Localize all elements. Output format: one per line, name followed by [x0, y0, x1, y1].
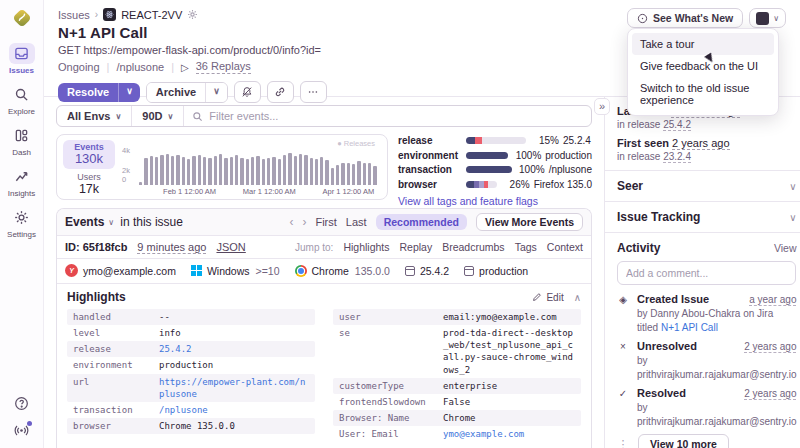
tag-percent: 26%	[503, 179, 530, 190]
y-axis-tick: 4k	[122, 146, 130, 155]
user-menu-button[interactable]: ∨	[749, 8, 786, 28]
project-name[interactable]: REACT-2VV	[121, 9, 182, 21]
highlight-value[interactable]: /nplusone	[159, 404, 309, 416]
jump-to-nav: Jump to: HighlightsReplayBreadcrumbsTags…	[295, 241, 583, 253]
project-settings-icon[interactable]	[187, 9, 198, 20]
next-event-icon[interactable]: ›	[302, 215, 306, 229]
events-stat-toggle[interactable]: Events 130k	[63, 140, 115, 169]
environment-filter[interactable]: All Envs ∨	[57, 106, 132, 126]
highlight-row: release25.4.2	[67, 341, 315, 357]
first-seen-value[interactable]: 2 years ago	[672, 137, 729, 150]
activity-timestamp[interactable]: 2 years ago	[744, 388, 796, 400]
activity-view-link[interactable]: View	[774, 242, 797, 254]
menu-item[interactable]: Give feedback on the UI	[632, 55, 774, 77]
tag-distribution-bar[interactable]	[466, 181, 497, 188]
archive-button[interactable]: Archive	[147, 83, 205, 102]
highlight-value[interactable]: https://empower-plant.com/nplusone	[159, 376, 309, 400]
search-input[interactable]	[209, 110, 583, 122]
collapse-sidebar-button[interactable]: »	[594, 98, 610, 115]
chart-bar	[139, 182, 142, 185]
comment-input[interactable]	[617, 261, 796, 285]
more-actions-button[interactable]	[300, 81, 327, 103]
resolve-dropdown-chevron-icon[interactable]: ∨	[118, 83, 140, 102]
seer-section-toggle[interactable]: Seer ∨	[617, 179, 796, 193]
context-chip-chrome[interactable]: Chrome135.0.0	[295, 265, 390, 277]
tag-distribution-bar[interactable]	[466, 152, 508, 159]
previous-event-icon[interactable]: ‹	[289, 215, 293, 229]
highlight-value[interactable]: 25.4.2	[159, 343, 309, 355]
sidebar-item-label: Issues	[9, 66, 34, 75]
replays-link[interactable]: 36 Replays	[196, 60, 251, 74]
copy-link-button[interactable]	[267, 81, 294, 103]
context-chip-environment[interactable]: production	[464, 265, 528, 277]
jump-link-breadcrumbs[interactable]: Breadcrumbs	[442, 241, 504, 253]
see-whats-new-button[interactable]: See What's New	[627, 8, 743, 28]
issue-tracking-section-toggle[interactable]: Issue Tracking ∨	[617, 210, 796, 224]
tag-distribution-bar[interactable]	[466, 137, 526, 144]
broadcast-icon[interactable]	[14, 423, 29, 440]
collapse-section-icon[interactable]: ∧	[574, 292, 581, 303]
sidebar-item-dash[interactable]: Dash	[9, 125, 35, 157]
activity-title: Created Issue	[637, 293, 709, 305]
event-id[interactable]: ID: 65f18fcb	[65, 241, 127, 253]
context-chip-release[interactable]: 25.4.2	[405, 265, 449, 277]
menu-item[interactable]: Take a tour	[632, 33, 774, 55]
sidebar-item-label: Settings	[7, 230, 36, 239]
chevron-down-icon: ∨	[108, 218, 114, 227]
jump-link-context[interactable]: Context	[547, 241, 583, 253]
users-stat-toggle[interactable]: Users 17k	[63, 172, 115, 196]
jump-link-highlights[interactable]: Highlights	[343, 241, 389, 253]
sidebar-item-settings[interactable]: Settings	[7, 207, 36, 239]
highlight-row: urlhttps://empower-plant.com/nplusone	[67, 374, 315, 402]
users-stat-value: 17k	[63, 182, 115, 196]
activity-byline: by Danny Abou-Chakra on Jira titled N+1 …	[637, 307, 796, 335]
archive-split-button: Archive ∨	[146, 82, 228, 103]
highlight-value: enterprise	[443, 380, 575, 392]
view-all-tags-link[interactable]: View all tags and feature flags	[398, 195, 538, 207]
highlight-row: environmentproduction	[67, 357, 315, 373]
event-json-link[interactable]: JSON	[216, 241, 245, 253]
edit-highlights-button[interactable]: Edit	[532, 292, 563, 303]
jump-link-tags[interactable]: Tags	[515, 241, 537, 253]
chart-bar	[368, 163, 371, 186]
chevron-down-icon: ∨	[115, 112, 121, 121]
first-event-link[interactable]: First	[315, 216, 336, 228]
tag-name: environment	[398, 150, 460, 161]
events-stat-value: 130k	[65, 151, 113, 166]
highlight-value[interactable]: ymo@example.com	[443, 428, 575, 440]
tag-value: 26%Firefox 135.0	[503, 179, 592, 190]
activity-issue-link[interactable]: N+1 API Call	[661, 322, 718, 333]
mute-button[interactable]	[234, 81, 261, 103]
activity-timestamp[interactable]: 2 years ago	[744, 341, 796, 353]
help-icon[interactable]	[14, 396, 29, 411]
activity-timestamp[interactable]: a year ago	[749, 294, 796, 306]
jump-link-replay[interactable]: Replay	[399, 241, 432, 253]
context-chip-user[interactable]: Yymo@example.com	[65, 264, 176, 277]
sidebar-item-label: Explore	[8, 107, 35, 116]
sidebar-item-explore[interactable]: Explore	[8, 84, 35, 116]
activity-title: Activity	[617, 241, 660, 255]
releases-toggle[interactable]: ●Releases	[337, 139, 375, 148]
recommended-pill[interactable]: Recommended	[376, 214, 467, 230]
resolve-button[interactable]: Resolve	[58, 83, 118, 102]
menu-item[interactable]: Switch to the old issue experience	[632, 77, 774, 111]
event-timestamp[interactable]: 9 minutes ago	[137, 241, 206, 254]
date-range-filter[interactable]: 90D ∨	[132, 106, 184, 126]
windows-icon	[191, 265, 202, 276]
first-seen-release[interactable]: 23.2.4	[663, 151, 691, 163]
breadcrumb-issues-link[interactable]: Issues	[58, 9, 90, 21]
chart-bar	[352, 164, 355, 185]
view-more-activity-button[interactable]: View 10 more	[638, 434, 729, 448]
last-seen-release[interactable]: 25.4.2	[663, 119, 691, 131]
context-chip-windows[interactable]: Windows>=10	[191, 265, 280, 277]
chart-bar	[251, 157, 254, 185]
tag-distribution-bar[interactable]	[466, 166, 512, 173]
sidebar-item-issues[interactable]: Issues	[9, 43, 35, 75]
archive-dropdown-chevron-icon[interactable]: ∨	[205, 83, 227, 102]
last-event-link[interactable]: Last	[346, 216, 367, 228]
sentry-logo[interactable]	[11, 7, 33, 29]
sidebar-item-insights[interactable]: Insights	[8, 166, 36, 198]
view-more-events-button[interactable]: View More Events	[476, 213, 583, 231]
events-dropdown[interactable]: Events	[65, 215, 104, 229]
more-activity-dots-icon: ⋮	[617, 438, 629, 448]
